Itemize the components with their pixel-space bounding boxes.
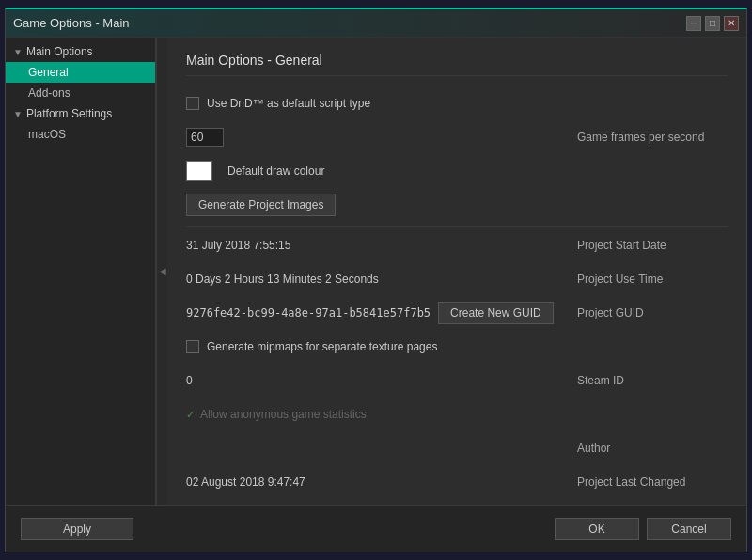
- project-start-date-label: Project Start Date: [558, 239, 728, 252]
- project-use-time-value: 0 Days 2 Hours 13 Minutes 2 Seconds: [186, 272, 558, 286]
- panel-title: Main Options - General: [186, 53, 728, 76]
- anon-stats-area: ✓ Allow anonymous game statistics: [186, 408, 367, 421]
- anon-stats-row: ✓ Allow anonymous game statistics: [186, 402, 728, 427]
- steam-id-row: 0 Steam ID: [186, 368, 728, 393]
- project-use-time-label: Project Use Time: [558, 272, 728, 286]
- fps-input[interactable]: [186, 128, 224, 147]
- draw-colour-area: Default draw colour: [186, 161, 324, 181]
- use-dnd-label: Use DnD™ as default script type: [207, 97, 370, 110]
- sidebar-item-general-label: General: [28, 66, 69, 79]
- title-bar: Game Options - Main ─ □ ✕: [6, 9, 746, 38]
- last-changed-value: 02 August 2018 9:47:47: [186, 475, 558, 489]
- bottom-bar: Apply OK Cancel: [6, 505, 746, 552]
- mipmaps-checkbox[interactable]: [186, 340, 199, 353]
- sidebar-item-macos[interactable]: macOS: [6, 124, 155, 145]
- mipmaps-label: Generate mipmaps for separate texture pa…: [207, 340, 437, 353]
- steam-id-label: Steam ID: [558, 374, 728, 387]
- title-controls: ─ □ ✕: [686, 16, 739, 31]
- sidebar: ▼ Main Options General Add-ons ▼ Platfor…: [6, 38, 156, 505]
- project-start-date-row: 31 July 2018 7:55:15 Project Start Date: [186, 233, 728, 257]
- collapse-handle[interactable]: ◀: [156, 38, 167, 505]
- sidebar-item-general[interactable]: General: [6, 62, 155, 83]
- generate-images-row: Generate Project Images: [186, 193, 728, 217]
- sidebar-group-platform-label: Platform Settings: [26, 107, 112, 120]
- divider-1: [186, 226, 728, 227]
- expand-arrow-platform: ▼: [13, 109, 23, 119]
- right-buttons: OK Cancel: [555, 518, 731, 540]
- apply-button[interactable]: Apply: [21, 518, 133, 540]
- main-window: Game Options - Main ─ □ ✕ ▼ Main Options…: [5, 8, 747, 552]
- author-label: Author: [558, 442, 728, 455]
- expand-arrow-main: ▼: [13, 47, 23, 57]
- draw-colour-row: Default draw colour: [186, 159, 728, 183]
- content-area: ▼ Main Options General Add-ons ▼ Platfor…: [6, 38, 746, 505]
- guid-label: Project GUID: [558, 306, 728, 319]
- sidebar-item-addons-label: Add-ons: [28, 86, 70, 100]
- guid-value: 9276fe42-bc99-4a8e-97a1-b5841e57f7b5: [186, 306, 431, 319]
- guid-row: 9276fe42-bc99-4a8e-97a1-b5841e57f7b5 Cre…: [186, 301, 728, 325]
- use-dnd-checkbox[interactable]: [186, 97, 199, 110]
- ok-button[interactable]: OK: [555, 518, 639, 540]
- colour-swatch[interactable]: [186, 161, 212, 181]
- last-changed-row: 02 August 2018 9:47:47 Project Last Chan…: [186, 470, 728, 494]
- author-row: Author: [186, 436, 728, 460]
- draw-colour-label: Default draw colour: [227, 164, 324, 178]
- mipmaps-checkbox-area: Generate mipmaps for separate texture pa…: [186, 340, 437, 353]
- fps-label: Game frames per second: [558, 131, 728, 144]
- create-guid-button[interactable]: Create New GUID: [438, 302, 554, 324]
- mipmaps-row: Generate mipmaps for separate texture pa…: [186, 334, 728, 359]
- generate-images-button[interactable]: Generate Project Images: [186, 194, 336, 216]
- project-use-time-row: 0 Days 2 Hours 13 Minutes 2 Seconds Proj…: [186, 267, 728, 291]
- sidebar-item-addons[interactable]: Add-ons: [6, 83, 155, 103]
- last-changed-label: Project Last Changed: [558, 475, 728, 489]
- sidebar-group-platform-settings[interactable]: ▼ Platform Settings: [6, 103, 155, 124]
- use-dnd-checkbox-area: Use DnD™ as default script type: [186, 97, 370, 110]
- anon-stats-checkmark: ✓: [186, 409, 195, 421]
- maximize-button[interactable]: □: [705, 16, 720, 31]
- minimize-button[interactable]: ─: [686, 16, 701, 31]
- guid-area: 9276fe42-bc99-4a8e-97a1-b5841e57f7b5 Cre…: [186, 302, 554, 324]
- sidebar-group-main-options[interactable]: ▼ Main Options: [6, 41, 155, 62]
- anon-stats-label: Allow anonymous game statistics: [200, 408, 367, 421]
- close-button[interactable]: ✕: [724, 16, 739, 31]
- main-panel: Main Options - General Use DnD™ as defau…: [167, 38, 746, 505]
- use-dnd-row: Use DnD™ as default script type: [186, 91, 728, 116]
- project-start-date-value: 31 July 2018 7:55:15: [186, 239, 558, 252]
- fps-row: Game frames per second: [186, 125, 728, 149]
- steam-id-value: 0: [186, 374, 558, 387]
- window-title: Game Options - Main: [13, 16, 130, 30]
- sidebar-group-main-options-label: Main Options: [26, 45, 93, 58]
- cancel-button[interactable]: Cancel: [647, 518, 731, 540]
- sidebar-item-macos-label: macOS: [28, 128, 66, 141]
